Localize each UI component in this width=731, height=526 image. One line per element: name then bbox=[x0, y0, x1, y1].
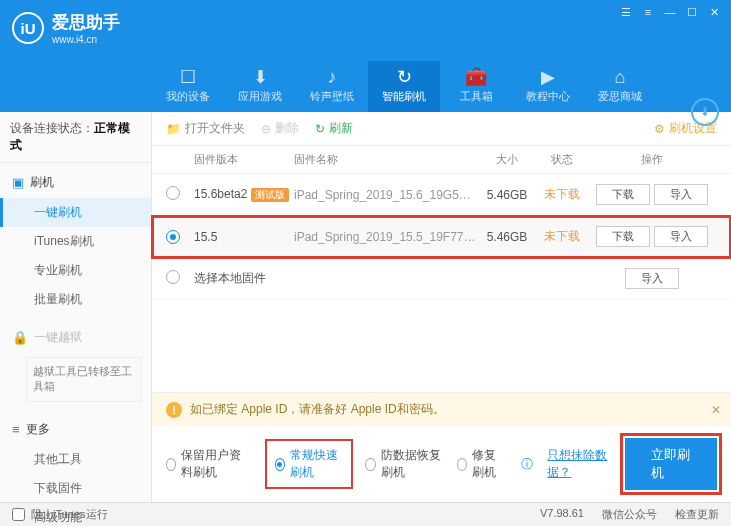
flash-now-button[interactable]: 立即刷机 bbox=[625, 438, 717, 490]
opt-keep-data[interactable]: 保留用户资料刷机 bbox=[166, 447, 253, 481]
nav-flash[interactable]: ↻智能刷机 bbox=[368, 61, 440, 112]
jailbreak-note: 越狱工具已转移至工具箱 bbox=[26, 357, 141, 402]
nav-toolbox[interactable]: 🧰工具箱 bbox=[440, 61, 512, 112]
gear-icon: ⚙ bbox=[654, 122, 665, 136]
firmware-row[interactable]: 15.6beta2测试版 iPad_Spring_2019_15.6_19G50… bbox=[152, 174, 731, 216]
sidebar-item-pro[interactable]: 专业刷机 bbox=[0, 256, 151, 285]
lock-icon: 🔒 bbox=[12, 330, 28, 345]
toolbar: 📁打开文件夹 ⊖删除 ↻刷新 ⚙刷机设置 bbox=[152, 112, 731, 146]
refresh-button[interactable]: ↻刷新 bbox=[315, 120, 353, 137]
sidebar-item-batch[interactable]: 批量刷机 bbox=[0, 285, 151, 314]
firmware-row-selected[interactable]: 15.5 iPad_Spring_2019_15.5_19F77_Restore… bbox=[152, 216, 731, 258]
sidebar-item-oneclick[interactable]: 一键刷机 bbox=[0, 198, 151, 227]
win-skin-button[interactable]: ☰ bbox=[619, 6, 633, 19]
block-itunes-checkbox[interactable] bbox=[12, 508, 25, 521]
sidebar-group-jailbreak[interactable]: 🔒一键越狱 bbox=[0, 322, 151, 353]
row-radio[interactable] bbox=[166, 186, 180, 200]
brand-url: www.i4.cn bbox=[52, 34, 120, 45]
delete-icon: ⊖ bbox=[261, 122, 271, 136]
import-button[interactable]: 导入 bbox=[654, 226, 708, 247]
erase-only-link[interactable]: 只想抹除数据？ bbox=[547, 447, 611, 481]
check-update-link[interactable]: 检查更新 bbox=[675, 507, 719, 522]
appleid-warning: ! 如已绑定 Apple ID，请准备好 Apple ID和密码。 ✕ bbox=[152, 393, 731, 426]
sidebar-item-othertools[interactable]: 其他工具 bbox=[0, 445, 151, 474]
downloads-button[interactable]: ⬇ bbox=[691, 98, 719, 126]
sidebar-group-flash[interactable]: ▣刷机 bbox=[0, 167, 151, 198]
win-close-button[interactable]: ✕ bbox=[707, 6, 721, 19]
nav-apps[interactable]: ⬇应用游戏 bbox=[224, 61, 296, 112]
toolbox-icon: 🧰 bbox=[440, 67, 512, 87]
brand-block: 爱思助手 www.i4.cn bbox=[52, 11, 120, 45]
import-button[interactable]: 导入 bbox=[654, 184, 708, 205]
help-icon[interactable]: ⓘ bbox=[521, 456, 533, 473]
version-label: V7.98.61 bbox=[540, 507, 584, 522]
win-menu-button[interactable]: ≡ bbox=[641, 6, 655, 19]
beta-badge: 测试版 bbox=[251, 188, 289, 202]
refresh-icon: ↻ bbox=[315, 122, 325, 136]
list-icon: ≡ bbox=[12, 422, 20, 437]
opt-antirecovery[interactable]: 防数据恢复刷机 bbox=[365, 447, 443, 481]
main-area: 设备连接状态：正常模式 ▣刷机 一键刷机 iTunes刷机 专业刷机 批量刷机 … bbox=[0, 112, 731, 502]
home-icon: ⌂ bbox=[584, 67, 656, 87]
local-firmware-row[interactable]: 选择本地固件 导入 bbox=[152, 258, 731, 300]
download-button[interactable]: 下载 bbox=[596, 226, 650, 247]
table-header: 固件版本 固件名称 大小 状态 操作 bbox=[152, 146, 731, 174]
square-icon: ▣ bbox=[12, 175, 24, 190]
window-controls: ☰ ≡ — ☐ ✕ bbox=[619, 6, 721, 19]
win-max-button[interactable]: ☐ bbox=[685, 6, 699, 19]
row-radio[interactable] bbox=[166, 270, 180, 284]
content-pane: 📁打开文件夹 ⊖删除 ↻刷新 ⚙刷机设置 固件版本 固件名称 大小 状态 操作 … bbox=[152, 112, 731, 502]
play-icon: ▶ bbox=[512, 67, 584, 87]
refresh-icon: ↻ bbox=[368, 67, 440, 87]
download-button[interactable]: 下载 bbox=[596, 184, 650, 205]
sidebar-item-downloadfw[interactable]: 下载固件 bbox=[0, 474, 151, 503]
sidebar-group-more[interactable]: ≡更多 bbox=[0, 414, 151, 445]
warning-close-button[interactable]: ✕ bbox=[711, 403, 721, 417]
row-radio[interactable] bbox=[166, 230, 180, 244]
open-folder-button[interactable]: 📁打开文件夹 bbox=[166, 120, 245, 137]
win-min-button[interactable]: — bbox=[663, 6, 677, 19]
app-logo: iU bbox=[12, 12, 44, 44]
apps-icon: ⬇ bbox=[224, 67, 296, 87]
download-icon: ⬇ bbox=[700, 105, 710, 119]
brand-name: 爱思助手 bbox=[52, 11, 120, 34]
nav-ringtone[interactable]: ♪铃声壁纸 bbox=[296, 61, 368, 112]
sidebar-item-itunes[interactable]: iTunes刷机 bbox=[0, 227, 151, 256]
wechat-link[interactable]: 微信公众号 bbox=[602, 507, 657, 522]
nav-store[interactable]: ⌂爱思商城 bbox=[584, 61, 656, 112]
warning-icon: ! bbox=[166, 402, 182, 418]
device-icon: ☐ bbox=[152, 67, 224, 87]
top-nav: ☐我的设备 ⬇应用游戏 ♪铃声壁纸 ↻智能刷机 🧰工具箱 ▶教程中心 ⌂爱思商城… bbox=[0, 56, 731, 112]
device-status: 设备连接状态：正常模式 bbox=[0, 112, 151, 163]
flash-options: 保留用户资料刷机 常规快速刷机 防数据恢复刷机 修复刷机 ⓘ 只想抹除数据？ 立… bbox=[152, 426, 731, 502]
nav-tutorials[interactable]: ▶教程中心 bbox=[512, 61, 584, 112]
title-bar: iU 爱思助手 www.i4.cn ☰ ≡ — ☐ ✕ bbox=[0, 0, 731, 56]
sidebar: 设备连接状态：正常模式 ▣刷机 一键刷机 iTunes刷机 专业刷机 批量刷机 … bbox=[0, 112, 152, 502]
delete-button: ⊖删除 bbox=[261, 120, 299, 137]
music-icon: ♪ bbox=[296, 67, 368, 87]
opt-fast-flash[interactable]: 常规快速刷机 bbox=[267, 441, 352, 487]
folder-icon: 📁 bbox=[166, 122, 181, 136]
opt-repair[interactable]: 修复刷机 bbox=[457, 447, 507, 481]
import-button[interactable]: 导入 bbox=[625, 268, 679, 289]
nav-my-device[interactable]: ☐我的设备 bbox=[152, 61, 224, 112]
bottom-panel: ! 如已绑定 Apple ID，请准备好 Apple ID和密码。 ✕ 保留用户… bbox=[152, 392, 731, 502]
